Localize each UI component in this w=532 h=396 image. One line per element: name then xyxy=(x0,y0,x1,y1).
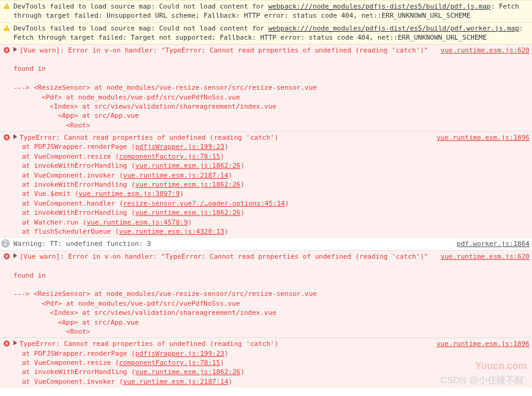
stack-frame-link[interactable]: vue.runtime.esm.js:2187:14 xyxy=(123,378,228,386)
source-map-link[interactable]: webpack:///node_modules/pdfjs-dist/es5/b… xyxy=(268,2,490,10)
log-text: [Vue warn]: Error in v-on handler: "Type… xyxy=(13,253,428,336)
stack-frame: at VueComponent.resize (componentFactory… xyxy=(22,152,429,161)
console-row-err: [Vue warn]: Error in v-on handler: "Type… xyxy=(0,250,532,338)
stack-frame-link[interactable]: vue.runtime.esm.js:1862:26 xyxy=(135,162,240,170)
console-log-list: DevTools failed to load source map: Coul… xyxy=(0,0,532,387)
log-text: [Vue warn]: Error in v-on handler: "Type… xyxy=(13,46,428,129)
stack-frame: at invokeWithErrorHandling (vue.runtime.… xyxy=(22,208,429,217)
stack-frame: at VueComponent.handler (resize-sensor.v… xyxy=(22,199,429,208)
source-link[interactable]: vue.runtime.esm.js:1896 xyxy=(429,133,530,236)
source-link[interactable]: vue.runtime.esm.js:620 xyxy=(433,46,530,131)
log-text: DevTools failed to load source map: Coul… xyxy=(13,24,268,32)
stack-frame-link[interactable]: vue.runtime.esm.js:1862:26 xyxy=(135,368,240,376)
stack-frame-link[interactable]: vue.runtime.esm.js:1862:26 xyxy=(135,181,240,189)
log-message[interactable]: Warning: TT: undefined function: 3 xyxy=(13,239,450,248)
source-link[interactable]: pdf.worker.js:1864 xyxy=(450,239,530,248)
source-link[interactable]: vue.runtime.esm.js:1896 xyxy=(429,339,530,386)
stack-frame: at flushSchedulerQueue (vue.runtime.esm.… xyxy=(22,227,429,236)
stack-frame-link[interactable]: resize-sensor.vue?./…oader-options:45:14 xyxy=(123,200,285,207)
source-map-link[interactable]: webpack:///node_modules/pdfjs-dist/es5/b… xyxy=(268,24,519,32)
stack-frame: at invokeWithErrorHandling (vue.runtime.… xyxy=(22,161,429,170)
stack-frame-link[interactable]: vue.runtime.esm.js:3897:9 xyxy=(79,190,180,198)
error-heading: TypeError: Cannot read properties of und… xyxy=(20,134,279,142)
warning-icon xyxy=(2,24,11,32)
stack-frame-link[interactable]: pdfjsWrapper.js:199:23 xyxy=(135,350,224,358)
stack-frame: at PDFJSWrapper.renderPage (pdfjsWrapper… xyxy=(22,349,429,358)
source-link[interactable]: vue.runtime.esm.js:620 xyxy=(433,252,530,337)
stack-frame: at invokeWithErrorHandling (vue.runtime.… xyxy=(22,367,429,376)
stack-frame: at Watcher.run (vue.runtime.esm.js:4578:… xyxy=(22,218,429,227)
log-message[interactable]: TypeError: Cannot read properties of und… xyxy=(13,133,429,236)
stack-frame-link[interactable]: componentFactory.js:78:15 xyxy=(119,153,220,160)
expand-caret-icon[interactable] xyxy=(13,134,17,139)
log-message[interactable]: [Vue warn]: Error in v-on handler: "Type… xyxy=(13,252,433,337)
log-text: Warning: TT: undefined function: 3 xyxy=(13,240,151,248)
error-icon xyxy=(2,339,11,348)
console-row-warn: DevTools failed to load source map: Coul… xyxy=(0,0,532,22)
expand-caret-icon[interactable] xyxy=(13,253,17,258)
error-icon xyxy=(2,252,11,261)
stack-trace: at PDFJSWrapper.renderPage (pdfjsWrapper… xyxy=(13,349,429,387)
console-row-warn: DevTools failed to load source map: Coul… xyxy=(0,22,532,44)
svg-rect-2 xyxy=(6,27,7,29)
stack-frame: at VueComponent.invoker (vue.runtime.esm… xyxy=(22,377,429,386)
stack-frame: at invokeWithErrorHandling (vue.runtime.… xyxy=(22,180,429,189)
svg-rect-1 xyxy=(6,7,7,8)
stack-frame-link[interactable]: componentFactory.js:78:15 xyxy=(119,359,220,367)
stack-frame: at PDFJSWrapper.renderPage (pdfjsWrapper… xyxy=(22,142,429,151)
console-row-err: TypeError: Cannot read properties of und… xyxy=(0,337,532,387)
stack-frame-link[interactable]: pdfjsWrapper.js:199:23 xyxy=(135,143,224,151)
stack-trace: at PDFJSWrapper.renderPage (pdfjsWrapper… xyxy=(13,142,429,236)
error-heading: TypeError: Cannot read properties of und… xyxy=(20,340,279,348)
error-icon xyxy=(2,133,11,142)
stack-frame: at VueComponent.invoker (vue.runtime.esm… xyxy=(22,171,429,180)
svg-rect-0 xyxy=(6,5,7,7)
stack-frame-link[interactable]: vue.runtime.esm.js:2187:14 xyxy=(123,171,228,179)
log-message[interactable]: [Vue warn]: Error in v-on handler: "Type… xyxy=(13,46,433,131)
log-message[interactable]: DevTools failed to load source map: Coul… xyxy=(13,2,530,21)
stack-frame: at VueComponent.resize (componentFactory… xyxy=(22,358,429,367)
console-row-err: [Vue warn]: Error in v-on handler: "Type… xyxy=(0,44,532,132)
error-icon xyxy=(2,46,11,54)
console-row-info: 2Warning: TT: undefined function: 3pdf.w… xyxy=(0,237,532,250)
console-row-err: TypeError: Cannot read properties of und… xyxy=(0,131,532,237)
log-text: DevTools failed to load source map: Coul… xyxy=(13,2,268,10)
log-message[interactable]: TypeError: Cannot read properties of und… xyxy=(13,339,429,386)
svg-rect-3 xyxy=(6,29,7,30)
stack-frame-link[interactable]: vue.runtime.esm.js:1862:26 xyxy=(135,209,240,217)
repeat-count-badge: 2 xyxy=(1,239,10,248)
log-message[interactable]: DevTools failed to load source map: Coul… xyxy=(13,24,530,43)
stack-frame-link[interactable]: vue.runtime.esm.js:4320:13 xyxy=(119,228,224,236)
warning-icon xyxy=(2,2,11,10)
stack-frame-link[interactable]: vue.runtime.esm.js:4578:9 xyxy=(87,218,188,226)
expand-caret-icon[interactable] xyxy=(13,47,17,52)
stack-frame: at Vue.$emit (vue.runtime.esm.js:3897:9) xyxy=(22,189,429,198)
expand-caret-icon[interactable] xyxy=(13,340,17,345)
